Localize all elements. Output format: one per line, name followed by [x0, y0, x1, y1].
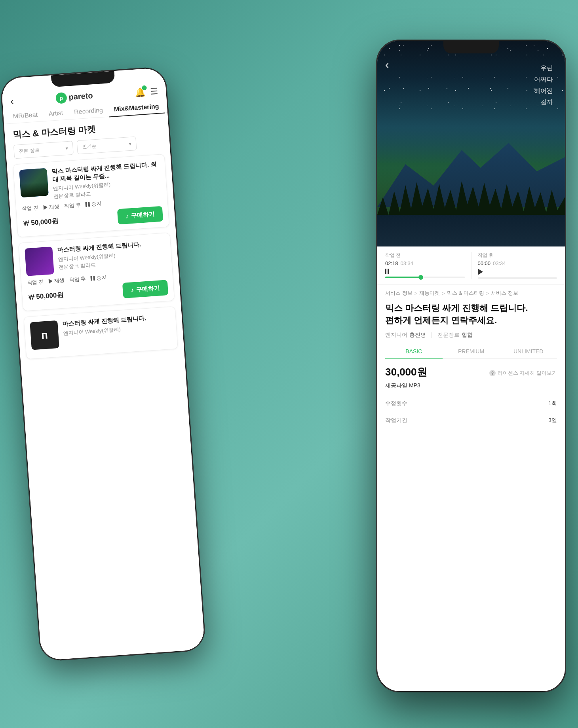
audio-before-label: 작업 전 — [385, 252, 465, 259]
header-icons: 🔔 ☰ — [134, 86, 158, 98]
logo-area: p pareto — [55, 90, 93, 104]
audio-after-controls[interactable] — [478, 269, 557, 275]
card-1-price: ₩ 50,000원 — [23, 216, 59, 228]
card-3: п 마스터링 싸게 진행해 드립니다. 엔지니어 Weekly(위클리) — [23, 306, 178, 360]
right-phone: ‹ 우린 어쩌다 헤어진 걸까 작업 전 02:18 03:34 — [376, 40, 566, 692]
water-reflection — [377, 215, 565, 246]
revision-label: 수정횟수 — [385, 400, 407, 407]
music-note-icon: ♪ — [125, 212, 129, 220]
bc-service-info: 서비스 정보 — [385, 290, 413, 297]
engineer-label: 엔지니어 — [385, 332, 407, 339]
back-button[interactable]: ‹ — [10, 95, 14, 108]
plan-details: 30,000원 ? 라이센스 자세히 알아보기 제공파일 MP3 수정횟수 1회… — [377, 359, 565, 435]
lyric-line-3: 헤어진 — [534, 85, 553, 97]
card-2-buy-button[interactable]: ♪ 구매하기 — [122, 280, 168, 298]
menu-icon[interactable]: ☰ — [150, 86, 158, 97]
lyrics-overlay: 우린 어쩌다 헤어진 걸까 — [534, 63, 553, 108]
card-2-price: ₩ 50,000원 — [28, 290, 64, 302]
duration-value: 3일 — [548, 417, 557, 424]
engineer-name: 홍진영 — [409, 332, 426, 339]
tab-mrbeat[interactable]: MR/Beat — [7, 108, 44, 123]
lyric-line-4: 걸까 — [534, 97, 553, 108]
card-1-thumbnail — [19, 168, 49, 198]
lyric-line-2: 어쩌다 — [534, 74, 553, 85]
card-2-pause-after[interactable]: 중지 — [90, 274, 107, 282]
plan-price: 30,000원 — [385, 365, 427, 379]
card-2-thumbnail — [25, 246, 54, 276]
tab-artist[interactable]: Artist — [43, 106, 69, 121]
tab-recording[interactable]: Recording — [68, 103, 109, 119]
audio-before: 작업 전 02:18 03:34 — [385, 252, 465, 278]
genre-value: 힙합 — [462, 332, 473, 339]
play-button[interactable] — [478, 269, 483, 275]
info-divider — [432, 332, 432, 338]
question-icon: ? — [489, 370, 496, 376]
logo-icon: p — [55, 92, 67, 104]
pause-button[interactable] — [385, 269, 389, 274]
bc-mix-mastering: 믹스 & 마스터링 — [447, 290, 484, 297]
card-1-pause-after[interactable]: 중지 — [85, 200, 102, 208]
plan-tabs: BASIC PREMIUM UNLIMITED — [385, 344, 557, 359]
plan-file: 제공파일 MP3 — [385, 382, 557, 389]
engineer-info: 엔지니어 홍진영 전문장르 힙합 — [377, 332, 565, 344]
audio-player: 작업 전 02:18 03:34 — [377, 246, 565, 285]
duration-label: 작업기간 — [385, 417, 407, 424]
card-2: 마스터링 싸게 진행해 드립니다. 엔지니어 Weekly(위클리) 전문장르 … — [18, 232, 175, 311]
tab-premium[interactable]: PREMIUM — [443, 344, 500, 359]
card-1-buy-button[interactable]: ♪ 구매하기 — [117, 206, 163, 225]
card-1: 믹스 마스터링 싸게 진행해 드립니다. 최대 제목 길이는 두줄... 엔지니… — [13, 154, 169, 237]
card-1-play-before[interactable]: 재생 — [43, 203, 59, 211]
logo-text: pareto — [68, 91, 93, 102]
bell-button[interactable]: 🔔 — [134, 87, 146, 98]
left-phone: ‹ p pareto 🔔 ☰ — [0, 66, 206, 662]
service-title: 믹스 마스터링 싸게 진행해 드립니다.편하게 언제든지 연락주세요. — [377, 299, 565, 332]
plan-row-revision: 수정횟수 1회 — [385, 395, 557, 412]
phones-container: ‹ p pareto 🔔 ☰ — [0, 0, 578, 728]
tab-unlimited[interactable]: UNLIMITED — [500, 344, 557, 359]
audio-after: 작업 후 00:00 03:34 — [478, 252, 557, 279]
lyric-line-1: 우린 — [534, 63, 553, 74]
tab-basic[interactable]: BASIC — [385, 344, 443, 359]
card-3-thumbnail: п — [30, 320, 59, 350]
notification-badge — [142, 85, 147, 90]
audio-before-time: 02:18 03:34 — [385, 260, 465, 266]
progress-bar-before[interactable] — [385, 277, 465, 278]
right-phone-back-button[interactable]: ‹ — [385, 59, 389, 71]
hero-section: ‹ 우린 어쩌다 헤어진 걸까 — [377, 41, 565, 246]
audio-after-time: 00:00 03:34 — [478, 260, 557, 266]
plan-row-duration: 작업기간 3일 — [385, 412, 557, 429]
progress-bar-after[interactable] — [478, 277, 557, 279]
bc-service-detail: 서비스 정보 — [491, 290, 518, 297]
audio-divider — [471, 252, 472, 279]
audio-before-controls[interactable] — [385, 269, 465, 274]
breadcrumb: 서비스 정보 > 재능마켓 > 믹스 & 마스터링 > 서비스 정보 — [377, 285, 565, 299]
revision-value: 1회 — [548, 400, 557, 407]
music-note-icon-2: ♪ — [131, 286, 134, 294]
bc-talent-market: 재능마켓 — [419, 290, 440, 297]
genre-label: 전문장르 — [437, 332, 460, 339]
license-link[interactable]: ? 라이센스 자세히 알아보기 — [489, 370, 557, 377]
audio-after-label: 작업 후 — [478, 252, 557, 259]
card-2-play-before[interactable]: 재생 — [48, 277, 65, 285]
right-phone-notch — [443, 41, 499, 53]
